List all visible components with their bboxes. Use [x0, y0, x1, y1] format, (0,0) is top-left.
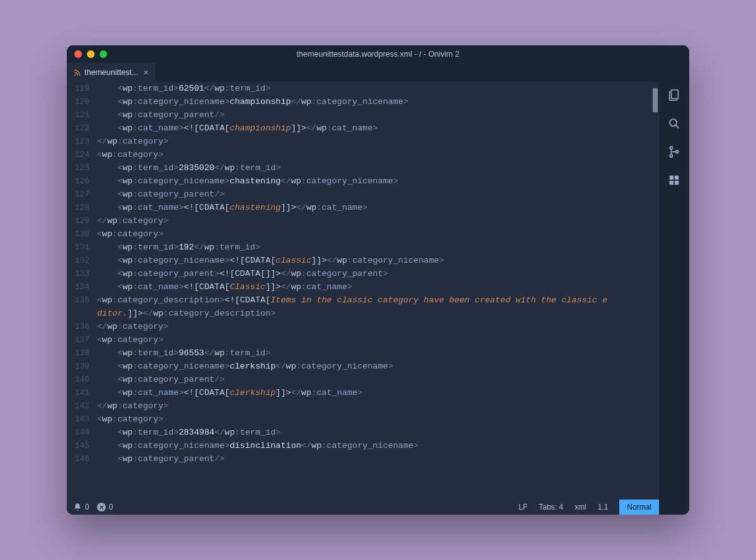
svg-point-1 [670, 119, 677, 126]
close-tab-icon[interactable]: × [143, 67, 148, 77]
extensions-icon[interactable] [667, 173, 681, 190]
minimize-icon[interactable] [87, 50, 94, 58]
traffic-lights [74, 50, 107, 58]
editor[interactable]: 1191201211221231241251261271281291301311… [67, 82, 659, 500]
code-area[interactable]: <wp:term_id>62501</wp:term_id> <wp:categ… [93, 82, 650, 500]
git-icon[interactable] [667, 145, 681, 162]
line-number-gutter: 1191201211221231241251261271281291301311… [67, 82, 93, 500]
status-eol[interactable]: LF [518, 503, 527, 511]
close-icon[interactable] [74, 50, 82, 58]
titlebar[interactable]: themeunittestdata.wordpress.xml - / - On… [67, 45, 689, 63]
maximize-icon[interactable] [100, 50, 107, 58]
bell-icon [73, 503, 82, 511]
tab-bar: themeunittest... × [67, 63, 689, 82]
search-icon[interactable] [667, 117, 681, 134]
errors-count: 0 [109, 503, 113, 511]
tab-active[interactable]: themeunittest... × [67, 63, 155, 82]
svg-rect-6 [670, 176, 673, 180]
window-title: themeunittestdata.wordpress.xml - / - On… [67, 50, 689, 59]
svg-point-3 [670, 147, 672, 149]
status-tabs[interactable]: Tabs: 4 [539, 503, 563, 511]
svg-rect-8 [670, 181, 673, 185]
status-bar: 0 ✕ 0 LF Tabs: 4 xml 1,1 Normal [67, 500, 659, 515]
error-icon: ✕ [97, 503, 106, 511]
notifications-button[interactable]: 0 [73, 503, 89, 511]
notifications-count: 0 [85, 503, 89, 511]
svg-point-4 [670, 154, 672, 157]
minimap[interactable] [650, 82, 659, 500]
errors-button[interactable]: ✕ 0 [97, 503, 113, 511]
svg-line-2 [676, 125, 679, 129]
vim-mode[interactable]: Normal [619, 500, 659, 515]
files-icon[interactable] [667, 88, 681, 105]
svg-rect-9 [675, 181, 679, 185]
app-window: themeunittestdata.wordpress.xml - / - On… [67, 45, 689, 515]
xml-icon [73, 69, 81, 76]
svg-point-5 [676, 151, 679, 153]
minimap-thumb[interactable] [653, 88, 658, 112]
status-position[interactable]: 1,1 [598, 503, 609, 511]
activity-bar [659, 82, 689, 515]
tab-label: themeunittest... [84, 68, 138, 77]
svg-rect-0 [671, 90, 678, 99]
status-filetype[interactable]: xml [575, 503, 587, 511]
svg-rect-7 [675, 176, 679, 180]
